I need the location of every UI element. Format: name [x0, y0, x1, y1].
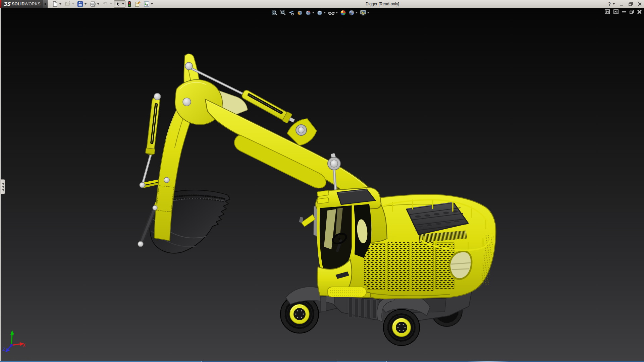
- print-dropdown-arrow[interactable]: [97, 3, 99, 5]
- display-style-dropdown-arrow[interactable]: [324, 12, 326, 13]
- expand-arrow-icon: [45, 3, 46, 5]
- options-dropdown-arrow[interactable]: [151, 3, 153, 5]
- open-document-icon: [64, 1, 71, 7]
- taskbar-glow: [466, 361, 510, 362]
- view-orientation-button[interactable]: [305, 9, 315, 16]
- document-restore-icon: [630, 10, 634, 14]
- close-button[interactable]: [638, 2, 642, 6]
- windows-taskbar-edge[interactable]: [0, 361, 644, 362]
- apply-scene-dropdown-arrow[interactable]: [356, 12, 358, 13]
- new-document-dropdown-arrow[interactable]: [59, 3, 61, 5]
- previous-view-icon: [288, 10, 294, 16]
- hide-show-items-button[interactable]: [327, 9, 338, 16]
- file-properties-button[interactable]: [133, 0, 142, 8]
- model-canvas[interactable]: X Z: [1, 8, 644, 361]
- options-button[interactable]: [143, 0, 154, 8]
- collapse-arrow-icon: [2, 183, 4, 185]
- brand-name-light: WORKS: [25, 2, 41, 6]
- document-minimize-icon: [622, 11, 626, 12]
- brand-glyph: ƷS: [3, 1, 10, 7]
- brand-name-bold: SOLID: [12, 2, 25, 6]
- solidworks-window: ƷS SOLID WORKS: [0, 0, 644, 362]
- hide-show-dropdown-arrow[interactable]: [336, 12, 338, 13]
- document-restore-button[interactable]: [630, 10, 634, 14]
- close-icon: [638, 2, 642, 6]
- traffic-light-button[interactable]: [126, 0, 133, 8]
- step-plate: [327, 287, 366, 297]
- taskbar-segment[interactable]: [0, 361, 201, 362]
- taskbar-segment[interactable]: [386, 361, 644, 362]
- taskbar-segment[interactable]: [201, 361, 337, 362]
- pane-right-icon: [613, 9, 619, 14]
- document-window-controls: [605, 9, 641, 14]
- eyeglasses-icon: [328, 10, 335, 16]
- collapse-arrow-icon: [2, 186, 4, 188]
- collapse-arrow-icon: [2, 189, 4, 191]
- solidworks-logo: ƷS SOLID WORKS: [0, 0, 43, 8]
- help-icon: ?: [608, 1, 611, 7]
- rear-wheel[interactable]: [383, 309, 420, 346]
- section-view-icon: [297, 10, 303, 16]
- undo-dropdown-arrow[interactable]: [110, 3, 112, 5]
- zoom-to-area-icon: [280, 10, 286, 16]
- view-orientation-label: *Dimetric: [5, 354, 31, 361]
- display-style-button[interactable]: [316, 9, 326, 16]
- headsup-view-toolbar: [271, 9, 370, 16]
- section-view-button[interactable]: [296, 9, 304, 16]
- pane-right-toggle-button[interactable]: [613, 9, 619, 14]
- taskbar-segment[interactable]: [337, 361, 386, 362]
- select-cursor-icon: [115, 1, 121, 7]
- view-orientation-dropdown-arrow[interactable]: [312, 12, 314, 13]
- new-document-button[interactable]: [51, 0, 63, 8]
- excavator-model[interactable]: [138, 54, 496, 346]
- traffic-light-icon: [127, 1, 132, 7]
- pane-left-toggle-button[interactable]: [605, 9, 610, 14]
- print-button[interactable]: [89, 0, 101, 8]
- restore-button[interactable]: [629, 2, 633, 6]
- select-button[interactable]: [114, 0, 125, 8]
- open-document-dropdown-arrow[interactable]: [72, 3, 74, 5]
- document-close-icon: [637, 10, 641, 14]
- zoom-to-fit-button[interactable]: [271, 9, 278, 16]
- options-checklist-icon: [144, 1, 150, 7]
- new-document-icon: [52, 1, 58, 7]
- previous-view-button[interactable]: [288, 9, 295, 16]
- save-icon: [77, 1, 83, 7]
- print-icon: [90, 1, 96, 7]
- triad-x-label: X: [22, 343, 26, 348]
- reference-triad: X Z: [2, 330, 26, 352]
- pane-left-icon: [605, 9, 610, 14]
- minimize-button[interactable]: [620, 2, 624, 6]
- left-hydraulic-cylinder[interactable]: [143, 97, 161, 184]
- featuremanager-collapse-tab[interactable]: [1, 179, 5, 194]
- view-settings-button[interactable]: [359, 9, 370, 16]
- restore-icon: [629, 2, 633, 6]
- save-button[interactable]: [76, 0, 88, 8]
- document-minimize-button[interactable]: [622, 11, 626, 12]
- view-settings-dropdown-arrow[interactable]: [367, 12, 369, 13]
- display-style-icon: [317, 10, 323, 16]
- triad-z-label: Z: [2, 347, 5, 352]
- title-bar: ƷS SOLID WORKS: [0, 0, 644, 8]
- menu-expand-button[interactable]: [43, 0, 48, 8]
- view-orientation-icon: [305, 10, 311, 16]
- brand-red-strip: [0, 0, 1, 8]
- undo-icon: [102, 1, 109, 7]
- zoom-to-area-button[interactable]: [279, 9, 287, 16]
- note-edit-icon: [135, 1, 141, 7]
- minimize-icon: [620, 2, 624, 6]
- edit-appearance-button[interactable]: [339, 9, 347, 16]
- view-settings-icon: [360, 10, 366, 16]
- document-close-button[interactable]: [637, 10, 641, 14]
- window-controls: ?: [608, 0, 642, 8]
- select-dropdown-arrow[interactable]: [122, 3, 124, 5]
- help-dropdown-arrow[interactable]: [613, 3, 615, 5]
- help-button[interactable]: ?: [608, 1, 615, 7]
- open-document-button[interactable]: [63, 0, 75, 8]
- apply-scene-button[interactable]: [348, 9, 358, 16]
- undo-button[interactable]: [101, 0, 113, 8]
- graphics-viewport[interactable]: X Z: [0, 8, 644, 361]
- save-dropdown-arrow[interactable]: [85, 3, 87, 5]
- window-title: Digger [Read-only]: [366, 2, 399, 6]
- zoom-to-fit-icon: [272, 10, 278, 16]
